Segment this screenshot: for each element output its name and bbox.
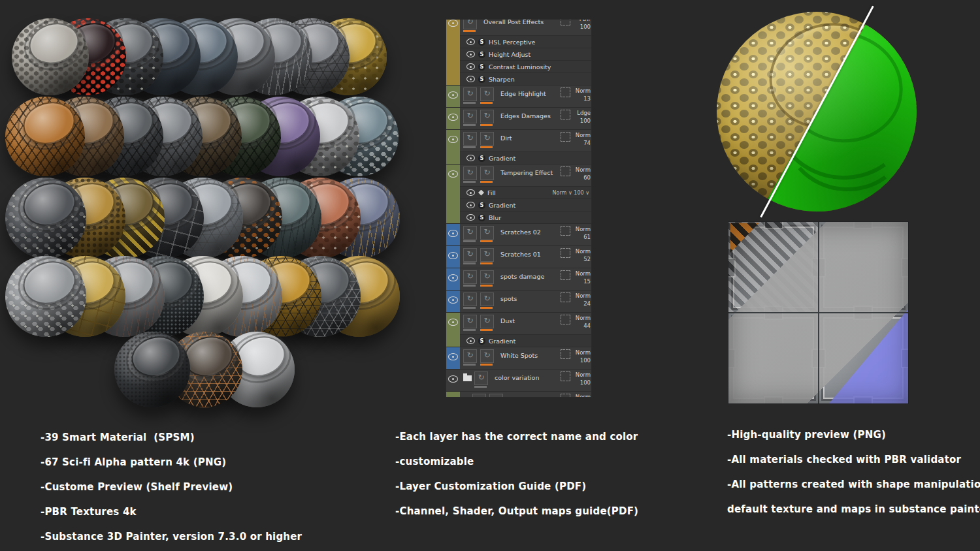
effect-row[interactable]: SBlur — [460, 211, 591, 223]
effect-row[interactable]: SHeight Adjust — [460, 48, 591, 60]
layer-thumbnail[interactable]: ↻ — [463, 20, 477, 29]
blend-mode-label[interactable]: Norm — [576, 270, 591, 277]
mask-placeholder-icon[interactable] — [561, 110, 570, 119]
layer-row[interactable]: ↻↻Scratches 02Norm61 — [460, 224, 591, 245]
opacity-value[interactable]: 74 — [583, 139, 591, 147]
layer-thumbnail[interactable]: ↻ — [463, 87, 477, 101]
mask-placeholder-icon[interactable] — [561, 270, 570, 280]
layer-thumbnail[interactable]: ↻ — [463, 349, 477, 363]
mask-placeholder-icon[interactable] — [561, 226, 570, 236]
effect-blend-controls[interactable]: Norm ∨ 100 ∨ — [553, 190, 591, 196]
layer-row[interactable]: ↻↻Tempering EffectNorm60 — [460, 165, 591, 186]
visibility-eye-icon[interactable] — [466, 39, 475, 45]
visibility-eye-icon[interactable] — [448, 353, 458, 360]
visibility-eye-icon[interactable] — [448, 20, 458, 27]
opacity-value[interactable]: 100 — [580, 23, 591, 31]
visibility-eye-icon[interactable] — [448, 274, 458, 281]
mask-placeholder-icon[interactable] — [561, 87, 570, 97]
layer-row[interactable]: ↻↻DirtNorm74 — [460, 130, 591, 151]
mask-placeholder-icon[interactable] — [561, 292, 570, 302]
layer-row[interactable]: ↻↻White SpotsNorm100 — [460, 347, 591, 369]
layer-thumbnail[interactable]: ↻ — [480, 87, 494, 101]
opacity-value[interactable]: 24 — [583, 300, 591, 307]
layer-thumbnail[interactable]: ↻ — [480, 132, 494, 146]
layer-thumbnail[interactable]: ↻ — [463, 270, 477, 284]
effect-row[interactable]: SHSL Perceptive — [460, 35, 591, 48]
mask-placeholder-icon[interactable] — [561, 349, 570, 359]
effect-row[interactable]: SContrast Luminosity — [460, 60, 591, 72]
blend-mode-label[interactable]: Norm — [576, 87, 591, 95]
blend-mode-label[interactable]: Norm — [576, 314, 591, 322]
effect-row[interactable]: FillNorm ∨ 100 ∨ — [460, 186, 591, 198]
visibility-eye-icon[interactable] — [448, 170, 458, 178]
layer-thumbnail[interactable]: ↻ — [463, 110, 477, 123]
visibility-eye-icon[interactable] — [448, 230, 458, 237]
visibility-eye-icon[interactable] — [448, 375, 458, 383]
visibility-eye-icon[interactable] — [466, 214, 475, 221]
visibility-eye-icon[interactable] — [448, 114, 458, 121]
mask-placeholder-icon[interactable] — [561, 132, 570, 142]
effect-row[interactable]: SGradient — [460, 334, 591, 347]
opacity-value[interactable]: 100 — [580, 379, 591, 386]
mask-placeholder-icon[interactable] — [561, 166, 570, 176]
visibility-eye-icon[interactable] — [466, 155, 475, 161]
opacity-value[interactable]: 44 — [583, 322, 591, 330]
layer-thumbnail[interactable]: ↻ — [480, 270, 494, 284]
visibility-eye-icon[interactable] — [466, 76, 475, 82]
visibility-eye-icon[interactable] — [466, 338, 475, 344]
blend-mode-label[interactable]: Norm — [576, 393, 591, 397]
layer-thumbnail[interactable]: ↻ — [463, 248, 477, 262]
layer-row[interactable]: ↻↻DustNorm44 — [460, 313, 591, 334]
blend-mode-label[interactable]: Norm — [576, 247, 591, 255]
mask-placeholder-icon[interactable] — [561, 315, 570, 324]
layer-thumbnail[interactable]: ↻ — [480, 292, 494, 306]
layer-thumbnail[interactable]: ↻ — [480, 315, 494, 328]
opacity-value[interactable]: 15 — [583, 277, 591, 285]
mask-placeholder-icon[interactable] — [561, 394, 570, 397]
visibility-eye-icon[interactable] — [448, 136, 458, 143]
layer-thumbnail[interactable]: ↻ — [463, 315, 477, 328]
mask-placeholder-icon[interactable] — [561, 248, 570, 258]
visibility-eye-icon[interactable] — [466, 202, 475, 208]
layer-thumbnail[interactable]: ↻ — [480, 248, 494, 262]
blend-mode-label[interactable]: Norm — [576, 131, 591, 139]
layer-thumbnail[interactable]: ↻ — [474, 371, 488, 385]
visibility-eye-icon[interactable] — [466, 189, 475, 196]
layer-row[interactable]: ↻Overall Post EffectsPthr100 — [460, 20, 591, 35]
layer-thumbnail[interactable]: ↻ — [472, 394, 486, 397]
visibility-eye-icon[interactable] — [466, 51, 475, 57]
mask-placeholder-icon[interactable] — [561, 20, 570, 25]
blend-mode-label[interactable]: Ldge — [577, 109, 591, 117]
layer-thumbnail[interactable]: ↻ — [480, 166, 494, 180]
layer-row[interactable]: ↻↻emissive 01Norm100 — [460, 392, 591, 397]
visibility-eye-icon[interactable] — [448, 296, 458, 304]
blend-mode-label[interactable]: Norm — [576, 371, 591, 379]
visibility-eye-icon[interactable] — [448, 91, 458, 99]
opacity-value[interactable]: 52 — [583, 255, 591, 263]
opacity-value[interactable]: 100 — [580, 356, 591, 364]
mask-placeholder-icon[interactable] — [561, 371, 570, 381]
layer-row[interactable]: ↻↻Scratches 01Norm52 — [460, 246, 591, 268]
layer-row[interactable]: ↻↻spotsNorm24 — [460, 291, 591, 312]
blend-mode-label[interactable]: Norm — [576, 166, 591, 174]
layer-row[interactable]: ↻↻spots damageNorm15 — [460, 268, 591, 290]
opacity-value[interactable]: 61 — [583, 233, 591, 241]
layer-thumbnail[interactable]: ↻ — [480, 110, 494, 123]
layer-thumbnail[interactable]: ↻ — [463, 132, 477, 146]
effect-row[interactable]: SGradient — [460, 151, 591, 164]
blend-mode-label[interactable]: Norm — [576, 349, 591, 356]
visibility-eye-icon[interactable] — [466, 63, 475, 70]
blend-mode-label[interactable]: Norm — [576, 292, 591, 300]
blend-mode-label[interactable]: Norm — [576, 225, 591, 233]
layer-row[interactable]: ↻↻Edges DamagesLdge100 — [460, 108, 591, 129]
opacity-value[interactable]: 60 — [583, 174, 591, 181]
effect-row[interactable]: SSharpen — [460, 72, 591, 85]
layer-thumbnail[interactable]: ↻ — [480, 349, 494, 363]
effect-row[interactable]: SGradient — [460, 198, 591, 211]
layer-row[interactable]: ↻↻Edge HighlightNorm13 — [460, 86, 591, 107]
layer-thumbnail[interactable]: ↻ — [463, 166, 477, 180]
layer-thumbnail[interactable]: ↻ — [463, 226, 477, 240]
layer-row[interactable]: ↻color variationNorm100 — [460, 370, 591, 391]
visibility-eye-icon[interactable] — [448, 319, 458, 326]
layer-thumbnail[interactable]: ↻ — [480, 226, 494, 240]
